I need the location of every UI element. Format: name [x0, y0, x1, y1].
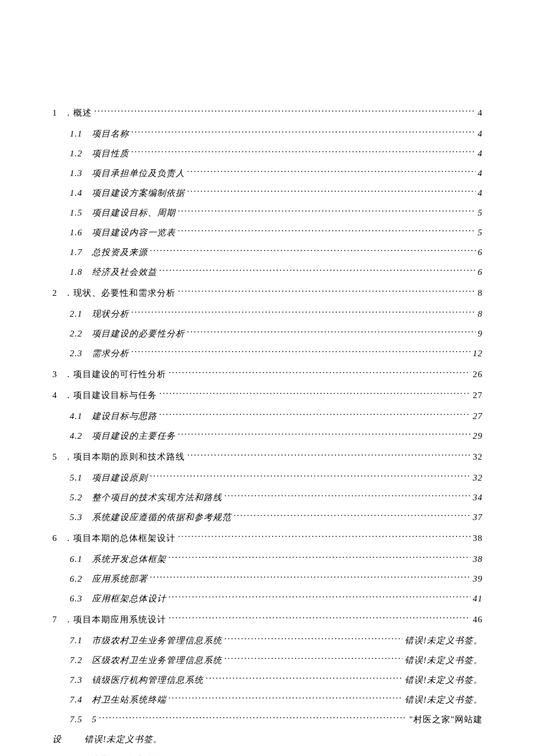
toc-title: ．项目本期的投资概算: [64, 753, 157, 756]
table-of-contents: 1 ．概述 4 1.1 项目名称 4 1.2 项目性质 4 1.3 项目承担单位…: [52, 106, 483, 756]
toc-section-2[interactable]: 2 ．现状、必要性和需求分析 8: [52, 286, 483, 300]
toc-item-7-1[interactable]: 7.1 市级农村卫生业务管理信息系统 错误!未定义书签。: [52, 633, 483, 647]
toc-leader: [187, 328, 476, 336]
toc-title: 5: [92, 712, 97, 726]
toc-leader: [159, 389, 470, 398]
toc-item-5-1[interactable]: 5.1 项目建设原则 32: [52, 471, 483, 485]
toc-section-8[interactable]: 8 ．项目本期的投资概算 47: [52, 753, 483, 756]
toc-title: 整个项目的技术实现方法和路线: [92, 490, 222, 504]
toc-item-5-2[interactable]: 5.2 整个项目的技术实现方法和路线 34: [52, 490, 483, 504]
toc-item-6-3[interactable]: 6.3 应用框架总体设计 41: [52, 592, 483, 605]
toc-title: 镇级医疗机构管理信息系统: [92, 673, 204, 687]
toc-leader: [150, 246, 476, 255]
toc-leader: [234, 511, 470, 520]
toc-item-1-6[interactable]: 1.6 项目建设内容一览表 5: [52, 225, 483, 239]
toc-title: ．现状、必要性和需求分析: [64, 286, 176, 300]
toc-title: 应用系统部署: [92, 572, 148, 586]
toc-item-2-3[interactable]: 2.3 需求分析 12: [52, 346, 483, 360]
toc-leader: [224, 654, 402, 663]
toc-page-error: 错误!未定义书签。: [84, 732, 162, 746]
toc-item-4-2[interactable]: 4.2 项目建设的主要任务 29: [52, 429, 483, 443]
toc-item-1-1[interactable]: 1.1 项目名称 4: [52, 127, 483, 141]
toc-page-error: 错误!未定义书签。: [405, 673, 483, 687]
toc-section-6[interactable]: 6 ．项目本期的总体框架设计 38: [52, 531, 483, 545]
toc-page: 4: [478, 106, 483, 120]
toc-leader: [178, 532, 470, 541]
toc-page: 34: [473, 490, 483, 504]
toc-item-7-5-line2[interactable]: 设 错误!未定义书签。: [52, 732, 483, 746]
toc-item-1-8[interactable]: 1.8 经济及社会效益 6: [52, 265, 483, 279]
toc-title: 系统建设应遵循的依据和参考规范: [92, 510, 231, 524]
toc-section-3[interactable]: 3 ．项目建设的可行性分析 26: [52, 367, 483, 381]
toc-page: 41: [473, 592, 483, 605]
toc-leader: [169, 368, 470, 377]
toc-title: 市级农村卫生业务管理信息系统: [92, 633, 222, 647]
toc-num: 2.2: [70, 327, 92, 341]
toc-item-5-3[interactable]: 5.3 系统建设应遵循的依据和参考规范 37: [52, 510, 483, 524]
toc-page: 4: [478, 186, 483, 200]
toc-item-2-1[interactable]: 2.1 现状分析 8: [52, 307, 483, 321]
toc-page: 32: [473, 450, 483, 464]
toc-title: 项目承担单位及负责人: [92, 166, 185, 180]
toc-num: 1: [52, 106, 64, 120]
toc-item-7-5-line1[interactable]: 7.5 5 "村医之家"网站建: [52, 712, 483, 726]
toc-leader: [159, 266, 476, 275]
toc-title: ．项目本期的原则和技术路线: [64, 450, 185, 464]
toc-page: 32: [473, 471, 483, 485]
toc-num: 8: [52, 753, 64, 756]
toc-section-1[interactable]: 1 ．概述 4: [52, 106, 483, 120]
toc-num: 6.3: [70, 592, 92, 605]
toc-num: 2.1: [70, 307, 92, 321]
toc-title: 项目建设方案编制依据: [92, 186, 185, 200]
toc-page: 4: [478, 146, 483, 160]
toc-title-wrapped-right: "村医之家"网站建: [409, 712, 483, 726]
toc-page: 47: [473, 753, 483, 756]
toc-title: 项目名称: [92, 127, 129, 141]
toc-num: 1.1: [70, 127, 92, 141]
toc-item-1-4[interactable]: 1.4 项目建设方案编制依据 4: [52, 186, 483, 200]
toc-item-1-2[interactable]: 1.2 项目性质 4: [52, 146, 483, 160]
toc-leader: [224, 492, 470, 500]
toc-item-1-3[interactable]: 1.3 项目承担单位及负责人 4: [52, 166, 483, 180]
toc-page: 5: [478, 206, 483, 220]
toc-section-7[interactable]: 7 ．项目本期应用系统设计 46: [52, 612, 483, 626]
toc-num: 4: [52, 388, 64, 402]
toc-num: 6.1: [70, 552, 92, 566]
toc-num: 5.3: [70, 510, 92, 524]
toc-page: 46: [473, 612, 483, 626]
toc-title: 项目性质: [92, 146, 129, 160]
toc-title: 项目建设的主要任务: [92, 429, 176, 443]
toc-title: 项目建设内容一览表: [92, 225, 176, 239]
toc-item-7-3[interactable]: 7.3 镇级医疗机构管理信息系统 错误!未定义书签。: [52, 673, 483, 687]
toc-num: 7.3: [70, 673, 92, 687]
toc-leader: [131, 347, 470, 356]
toc-item-1-5[interactable]: 1.5 项目建设目标、周期 5: [52, 206, 483, 220]
toc-section-4[interactable]: 4 ．项目建设目标与任务 27: [52, 388, 483, 402]
toc-title: 项目建设的必要性分析: [92, 327, 185, 341]
toc-item-1-7[interactable]: 1.7 总投资及来源 6: [52, 245, 483, 259]
toc-page: 29: [473, 429, 483, 443]
toc-leader: [169, 614, 470, 622]
toc-item-6-1[interactable]: 6.1 系统开发总体框架 38: [52, 552, 483, 566]
toc-item-7-4[interactable]: 7.4 村卫生站系统终端 错误!未定义书签。: [52, 693, 483, 707]
toc-item-6-2[interactable]: 6.2 应用系统部署 39: [52, 572, 483, 586]
toc-leader: [187, 187, 476, 196]
toc-item-4-1[interactable]: 4.1 建设目标与思路 27: [52, 409, 483, 423]
toc-leader: [178, 287, 476, 296]
toc-leader: [94, 107, 476, 116]
toc-title: 经济及社会效益: [92, 265, 157, 279]
toc-num: 5: [52, 450, 64, 464]
toc-title: 项目建设目标、周期: [92, 206, 176, 220]
toc-num: 4.1: [70, 409, 92, 423]
toc-num: 1.2: [70, 146, 92, 160]
toc-num: 1.7: [70, 245, 92, 259]
toc-num: 1.8: [70, 265, 92, 279]
toc-leader: [187, 451, 470, 460]
toc-section-5[interactable]: 5 ．项目本期的原则和技术路线 32: [52, 450, 483, 464]
toc-item-7-2[interactable]: 7.2 区级农村卫生业务管理信息系统 错误!未定义书签。: [52, 653, 483, 667]
toc-title: 村卫生站系统终端: [92, 693, 166, 707]
toc-leader: [224, 635, 402, 643]
toc-item-2-2[interactable]: 2.2 项目建设的必要性分析 9: [52, 327, 483, 341]
toc-leader: [131, 308, 476, 317]
toc-page: 37: [473, 510, 483, 524]
